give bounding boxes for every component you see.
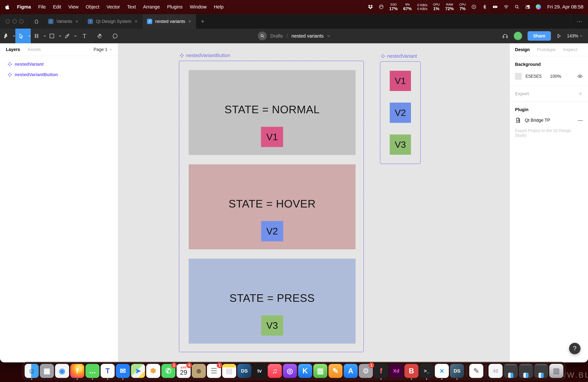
dock-item-maps[interactable]: ➤ [131,364,145,378]
menu-item-figma[interactable]: Figma [17,4,31,10]
tab-overflow-button[interactable]: ⋯ [570,14,588,29]
dock-item-calendar[interactable]: APR294 [177,364,191,378]
hand-tool-button[interactable] [92,29,107,43]
dock-item-messages[interactable]: … [85,364,100,378]
menu-item-help[interactable]: Help [214,4,224,10]
dock-item-keynote[interactable]: K [298,364,312,378]
spotlight-icon[interactable] [514,4,520,10]
dock-item-finder-window[interactable] [519,364,533,378]
dropbox-icon[interactable] [368,4,373,10]
tab-inspect[interactable]: Inspect [563,47,577,52]
dock-item-terminal[interactable]: >_ [420,364,434,378]
dock-item-finder-window[interactable] [504,364,518,378]
background-hex-value[interactable]: E5E5E5 [525,74,550,79]
breadcrumb[interactable]: Drafts / nested variants [258,29,330,43]
frame-tool-button[interactable] [31,29,46,43]
tab-variants[interactable]: fVariants× [44,14,83,29]
remove-plugin-icon[interactable]: — [578,117,583,123]
menu-item-text[interactable]: Text [127,4,136,10]
dock-item-finder-window[interactable] [534,364,548,378]
minimize-window-button[interactable] [12,19,17,23]
breadcrumb-file-name[interactable]: nested variants [291,33,324,39]
headphones-icon[interactable] [502,33,508,39]
menu-item-vector[interactable]: Vector [106,4,120,10]
dock-item-firefox[interactable]: f [70,364,84,378]
dock-item-figma[interactable]: f [374,364,388,378]
menu-item-window[interactable]: Window [190,4,207,10]
menu-item-file[interactable]: File [38,4,46,10]
breadcrumb-root[interactable]: Drafts [270,33,283,39]
frame-label[interactable]: nestedVariant [381,53,417,59]
variant-chip-v1[interactable]: V1 [261,127,283,147]
menu-item-object[interactable]: Object [85,4,99,10]
zoom-window-button[interactable] [19,19,23,23]
state-box-v2[interactable]: STATE = HOVERV2 [189,164,356,249]
dock-item-system-preferences[interactable]: ⚙1 [359,364,373,378]
menu-item-arrange[interactable]: Arrange [143,4,160,10]
variant-chip-v2[interactable]: V2 [390,103,411,123]
plugin-row[interactable]: Qt Bridge TP — [515,117,583,123]
dock-item-numbers[interactable]: ▥ [313,364,327,378]
dock-item-vscode[interactable]: × [435,364,449,378]
close-window-button[interactable] [5,19,10,23]
dock-item-qt-design-studio-2[interactable]: DS [450,364,464,378]
bluetooth-icon[interactable] [482,4,487,10]
dock-item-teams[interactable]: T [101,364,115,378]
pen-tool-button[interactable] [62,29,77,43]
control-center-icon[interactable] [525,4,530,10]
dock-item-contacts[interactable]: ☻ [192,364,206,378]
state-box-v1[interactable]: STATE = NORMALV1 [189,70,356,155]
frame-nestedVariantButton[interactable]: nestedVariantButton STATE = NORMALV1STAT… [179,61,364,352]
dock-item-music[interactable]: ♫ [268,364,282,378]
color-swatch[interactable] [515,73,522,80]
dock-item-photos[interactable]: ✽ [146,364,160,378]
battery-charging-icon[interactable] [493,4,498,10]
shape-tool-button[interactable] [46,29,62,43]
frame-label[interactable]: nestedVariantButton [180,53,230,58]
tab-qt-design-system[interactable]: fQt Design System× [83,14,142,29]
dock-item-facetime[interactable]: ✆1 [161,364,175,378]
layer-item-nestedvariant[interactable]: nestedVariant [0,59,118,69]
chevron-down-icon[interactable] [327,35,330,37]
dock-item-notes[interactable]: ▤ [222,364,236,378]
variant-chip-v3[interactable]: V3 [261,315,283,336]
dock-item-safari[interactable]: ◉ [55,364,69,378]
tab-assets[interactable]: Assets [28,47,41,52]
search-icon[interactable] [258,32,267,40]
dock-item-launchpad[interactable]: ▦ [40,364,54,378]
tab-design[interactable]: Design [515,47,530,52]
dock-item-pages[interactable]: ✎ [328,364,342,378]
state-box-v3[interactable]: STATE = PRESSV3 [189,259,356,344]
layer-item-nestedvariantbutton[interactable]: nestedVariantButton [0,69,118,80]
siri-icon[interactable] [536,4,541,9]
tab-nested-variants[interactable]: fnested variants× [142,14,196,29]
move-tool-button[interactable] [15,29,31,43]
dock-item-mail[interactable]: ✉ [116,364,130,378]
dock-item-trash[interactable]: ▥ [549,364,563,378]
share-button[interactable]: Share [527,31,551,41]
help-button[interactable]: ? [569,343,581,354]
zoom-level-control[interactable]: 143% [567,34,583,39]
tab-close-icon[interactable]: × [134,19,138,24]
tab-close-icon[interactable]: × [75,19,78,24]
apple-icon[interactable] [5,4,10,10]
dock-item-adobe-xd[interactable]: Xd [389,364,403,378]
dock-item-podcasts[interactable]: ◎ [283,364,297,378]
variant-chip-v3[interactable]: V3 [390,134,411,155]
menu-item-plugins[interactable]: Plugins [167,4,183,10]
dock-item-bear[interactable]: B [404,364,419,378]
menu-clock[interactable]: Fri 29. Apr 08:58 [547,4,583,10]
tab-layers[interactable]: Layers [6,47,20,52]
variant-chip-v1[interactable]: V1 [390,71,411,91]
new-tab-button[interactable]: + [196,14,209,29]
dock-item-qt-design-studio[interactable]: DS [237,364,251,378]
frame-nestedVariant[interactable]: nestedVariant V1V2V3 [380,61,421,164]
tab-close-icon[interactable]: × [188,19,191,24]
text-tool-button[interactable] [77,29,92,43]
canvas[interactable]: nestedVariantButton STATE = NORMALV1STAT… [118,43,510,362]
main-menu-button[interactable] [0,29,15,43]
plus-icon[interactable] [578,91,583,96]
dock-item-reminders[interactable]: ☰1 [207,364,221,378]
dock-item-app-store[interactable]: A [344,364,358,378]
eye-icon[interactable] [577,74,583,78]
